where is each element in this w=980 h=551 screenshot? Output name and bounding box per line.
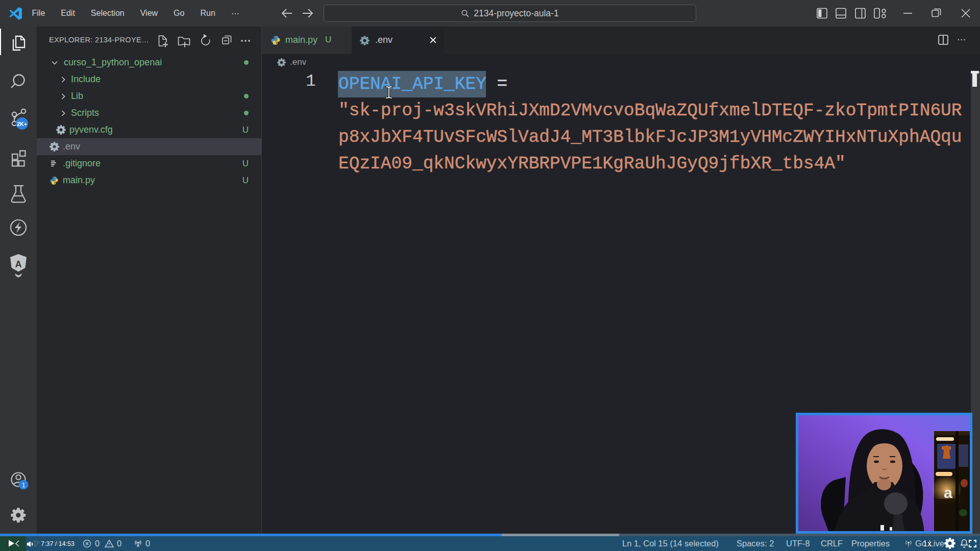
svg-text:1: 1: [22, 482, 26, 489]
svg-text:A: A: [15, 259, 22, 269]
svg-text:2K+: 2K+: [17, 121, 27, 127]
svg-text:a: a: [944, 484, 952, 501]
